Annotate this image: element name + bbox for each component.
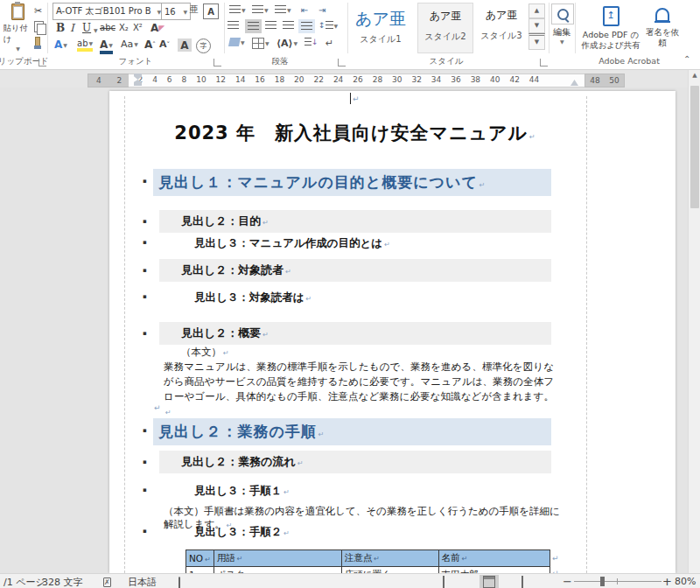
document-area[interactable]: ↵ 2023 年 新入社員向け安全マニュアル ▪ 見出し１：マニュアルの目的と概… [0, 88, 688, 573]
vertical-scrollbar[interactable]: ▲ [688, 70, 700, 573]
table-cell[interactable]: ポスター [214, 567, 341, 574]
zoom-slider-thumb[interactable] [600, 577, 605, 586]
zoom-in-button[interactable]: + [662, 575, 672, 588]
style-card-1[interactable]: あア亜 スタイル1 [354, 3, 408, 52]
style-card-3[interactable]: あア亜 スタイル3 [474, 3, 528, 52]
enclose-characters-button[interactable]: 字 [196, 38, 211, 53]
heading3-step2[interactable]: 見出し３：手順２ [194, 525, 290, 540]
zoom-out-button[interactable]: − [563, 575, 572, 588]
asian-layout-button[interactable]: ⟨A⟩▼ [276, 38, 298, 49]
web-layout-button[interactable] [522, 577, 523, 588]
grow-font-button[interactable]: Aˆ [144, 38, 156, 51]
sort-button[interactable]: ↓ [304, 38, 318, 46]
scrollbar-thumb[interactable] [690, 86, 699, 208]
proofing-status-button[interactable]: ✗ [103, 576, 111, 587]
clipboard-dialog-launcher-icon[interactable] [38, 59, 46, 66]
heading3-target-readers-detail[interactable]: 見出し３：対象読者は [194, 290, 312, 305]
heading1-manual-purpose[interactable]: 見出し１：マニュアルの目的と概要について [153, 169, 551, 196]
heading2-overview[interactable]: 見出し２：概要 [159, 322, 551, 345]
body-label[interactable]: （本文） [181, 346, 229, 359]
request-signature-button[interactable]: 署名を依頼 [645, 4, 680, 52]
heading1-work-procedure[interactable]: 見出し２：業務の手順 [153, 418, 551, 445]
page-indicator[interactable]: /1 ページ [4, 576, 46, 588]
character-border-button[interactable]: A [203, 4, 219, 19]
table-header-no[interactable]: NO [186, 550, 214, 567]
table-header-term[interactable]: 用語 [214, 550, 341, 567]
heading2-target-readers[interactable]: 見出し２：対象読者 [159, 259, 551, 282]
format-painter-button[interactable] [35, 37, 40, 46]
copy-button[interactable] [34, 21, 44, 32]
decrease-indent-button[interactable]: ⇤ [301, 5, 308, 15]
heading2-purpose[interactable]: 見出し２：目的 [159, 210, 551, 233]
zoom-percentage[interactable]: 80% [675, 576, 696, 587]
paragraph-dialog-launcher-icon[interactable] [338, 59, 346, 66]
text-effects-button[interactable]: A▼ [54, 38, 67, 51]
zoom-slider-track[interactable] [574, 581, 662, 582]
table-cell[interactable]: 店頭に置く [341, 567, 438, 574]
font-color-button[interactable]: A▼ [100, 38, 113, 54]
change-case-button[interactable]: Aa▼ [121, 38, 138, 50]
horizontal-ruler[interactable]: 42 2468101214161820222426283032343638404… [0, 70, 688, 88]
distribute-button[interactable] [298, 19, 315, 33]
heading3-manual-purpose-detail[interactable]: 見出し３：マニュアル作成の目的とは [194, 236, 390, 251]
input-mode-button[interactable] [178, 578, 180, 588]
superscript-button[interactable]: X² [133, 23, 143, 32]
collapse-ribbon-button[interactable]: ⌃ [683, 54, 690, 64]
heading2-work-flow[interactable]: 見出し２：業務の流れ [159, 451, 551, 473]
heading3-step1[interactable]: 見出し３：手順１ [194, 484, 290, 499]
strikethrough-button[interactable]: abc [100, 23, 116, 32]
styles-dialog-launcher-icon[interactable] [540, 59, 548, 66]
proofing-book-icon: ✗ [103, 578, 111, 587]
style-gallery-more-button[interactable]: ▼ [528, 33, 545, 50]
font-group-label: フォント [105, 56, 166, 67]
bullets-button[interactable]: ▼ [229, 5, 246, 14]
scroll-up-arrow-icon[interactable]: ▲ [689, 72, 700, 79]
numbering-button[interactable]: ▼ [252, 5, 269, 14]
show-marks-button[interactable]: ↵ [326, 38, 333, 49]
paste-button[interactable]: 貼り付け ▼ [4, 3, 32, 52]
print-layout-button[interactable] [480, 575, 499, 588]
font-size-combo[interactable]: 16 ▼ [161, 3, 191, 20]
phonetic-guide-button[interactable]: 亜 [187, 4, 200, 16]
editing-menu-button[interactable]: 編集 [550, 26, 573, 38]
terms-table[interactable]: NO 用語 注意点 名前 1 ポスター 店頭に置く 吉田太郎 [186, 550, 550, 573]
table-cell[interactable]: 1 [186, 567, 214, 574]
italic-button[interactable]: I [70, 22, 74, 34]
document-title[interactable]: 2023 年 新入社員向け安全マニュアル [124, 121, 586, 145]
style-card-2[interactable]: あア亜 スタイル2 [417, 3, 473, 53]
align-right-button[interactable] [265, 21, 276, 30]
line-spacing-icon: ↕ [318, 21, 326, 30]
underline-button[interactable]: U [82, 22, 91, 34]
shrink-font-button[interactable]: Aˇ [159, 38, 170, 50]
borders-button[interactable]: ▼ [252, 38, 270, 49]
read-mode-button[interactable] [443, 577, 444, 588]
shrink-font-icon: A [159, 38, 167, 50]
character-shading-button[interactable]: A [178, 38, 192, 52]
justify-button[interactable] [283, 21, 294, 30]
style-gallery-up-button[interactable]: ▲ [528, 4, 545, 18]
page[interactable]: ↵ 2023 年 新入社員向け安全マニュアル ▪ 見出し１：マニュアルの目的と概… [109, 91, 676, 573]
body-paragraph[interactable]: 業務マニュアルは、業務の標準手順を示したもので、業務を進める、標準化を図りながら… [164, 360, 554, 420]
word-count[interactable]: 328 文字 [42, 576, 83, 588]
language-indicator[interactable]: 日本語 [128, 576, 157, 588]
font-name-combo[interactable]: A-OTF 太ゴB101 Pro B ▼ [52, 3, 164, 20]
subscript-button[interactable]: X₂ [119, 23, 129, 32]
align-center-button[interactable] [245, 19, 262, 33]
create-pdf-button[interactable]: Adobe PDF の作成および共有 [579, 4, 642, 52]
align-left-button[interactable] [228, 21, 239, 30]
bold-button[interactable]: B [56, 22, 65, 34]
cut-button[interactable]: ✂ [34, 5, 42, 17]
line-spacing-button[interactable]: ↕▼ [318, 21, 338, 30]
font-dialog-launcher-icon[interactable] [214, 59, 221, 66]
find-button[interactable] [551, 4, 574, 24]
increase-indent-button[interactable]: ⇥ [318, 5, 326, 15]
highlight-color-button[interactable]: ab▼ [77, 38, 93, 52]
style-gallery-down-button[interactable]: ▼ [528, 18, 545, 33]
clear-formatting-button[interactable]: A◤ [150, 22, 164, 34]
multilevel-list-button[interactable]: ▼ [275, 5, 291, 14]
read-mode-icon [443, 576, 444, 588]
table-cell[interactable]: 吉田太郎 [438, 567, 550, 574]
table-header-name[interactable]: 名前 [438, 550, 550, 567]
shading-button[interactable]: ▼ [229, 38, 245, 46]
table-header-caution[interactable]: 注意点 [341, 550, 438, 567]
